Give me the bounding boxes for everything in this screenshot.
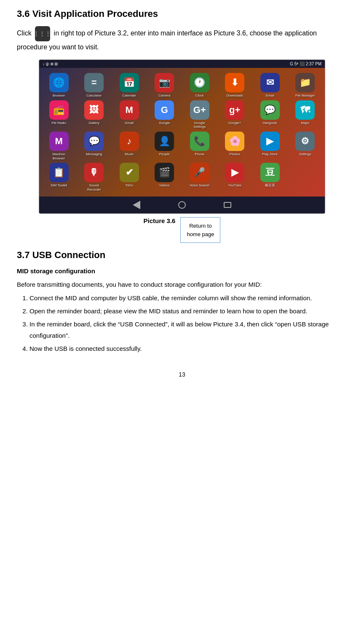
app-item-google-settings[interactable]: G+Google Settings: [183, 100, 216, 129]
status-icons-right: G 5⁴ ⬛ 2:37 PM: [290, 62, 321, 66]
app-item-file-manager[interactable]: 📁File Manager: [289, 73, 322, 98]
app-icon-maps: 🗺: [295, 100, 315, 120]
app-label-file-manager: File Manager: [295, 94, 315, 98]
app-icon-browser: 🌐: [49, 73, 69, 92]
app-label-maps: Maps: [301, 121, 309, 125]
app-icon-email: ✉: [260, 73, 280, 92]
app-item-camera[interactable]: 📷Camera: [148, 73, 181, 98]
app-icon-messaging: 💬: [84, 132, 104, 151]
section-37: 3.7 USB Connection MID storage configura…: [17, 250, 347, 354]
app-label-gmail: Gmail: [125, 121, 134, 125]
nav-bar: [39, 197, 325, 213]
app-label-sim-toolkit: SIM Toolkit: [51, 183, 67, 188]
caption-row: Picture 3.6 Return to home page: [17, 217, 347, 243]
intro-part1: Click: [17, 30, 32, 37]
app-icon-music: ♪: [120, 132, 139, 151]
app-label-email: Email: [266, 94, 274, 98]
app-item-hangouts[interactable]: 💬Hangouts: [254, 100, 286, 129]
mid-heading: MID storage configuration: [17, 266, 347, 277]
app-icon-todo: ✔: [120, 163, 139, 182]
app-label-settings: Settings: [299, 152, 311, 156]
step-3: In the reminder board, click the “USB Co…: [29, 318, 347, 341]
app-item-browser[interactable]: 🌐Browser: [43, 73, 75, 98]
step-2: Open the reminder board; please view the…: [29, 305, 347, 317]
app-item-email[interactable]: ✉Email: [254, 73, 286, 98]
app-label-fm-radio: FM Radio: [51, 121, 66, 125]
app-item-sound-recorder[interactable]: 🎙Sound Recorder: [78, 163, 111, 191]
app-item-music[interactable]: ♪Music: [113, 132, 146, 160]
app-item-maxthon-browser[interactable]: MMaxthon Browser: [43, 132, 75, 160]
app-label-google-settings: Google Settings: [189, 121, 211, 129]
app-item-calculator[interactable]: =Calculator: [78, 73, 111, 98]
app-label-camera: Camera: [158, 94, 170, 98]
step-4: Now the USB is connected successfully.: [29, 343, 347, 354]
app-label-sound-recorder: Sound Recorder: [83, 183, 105, 191]
app-label-messaging: Messaging: [86, 152, 102, 156]
app-grid: 🌐Browser=Calculator📅Calendar📷Camera🕐Cloc…: [39, 68, 325, 197]
intro-part2: in right top of Picture 3.2, enter into …: [17, 30, 317, 51]
status-bar-right: G 5⁴ ⬛ 2:37 PM: [290, 62, 321, 66]
app-label-people: People: [159, 152, 170, 156]
section-36-title: 3.6 Visit Application Procedures: [17, 8, 347, 19]
app-item-voice-search[interactable]: 🎤Voice Search: [183, 163, 216, 191]
app-label-碗豆英: 碗豆英: [265, 183, 275, 188]
return-box-line2: home page: [187, 231, 214, 237]
app-label-calculator: Calculator: [86, 94, 102, 98]
app-icon-clock: 🕐: [190, 73, 209, 92]
app-icon-hangouts: 💬: [260, 100, 280, 120]
recents-icon: [224, 202, 231, 208]
app-item-videos[interactable]: 🎬Videos: [148, 163, 181, 191]
app-item-downloads[interactable]: ⬇Downloads: [219, 73, 252, 98]
app-label-photos: Photos: [230, 152, 240, 156]
app-icon-fm-radio: 📻: [49, 100, 69, 120]
app-item-youtube[interactable]: ▶YouTube: [219, 163, 252, 191]
app-item-碗豆英[interactable]: 豆碗豆英: [254, 163, 286, 191]
app-item-sim-toolkit[interactable]: 📋SIM Toolkit: [43, 163, 75, 191]
app-icon-phone: 📞: [190, 132, 209, 151]
app-item-calendar[interactable]: 📅Calendar: [113, 73, 146, 98]
app-label-google: Google: [159, 121, 170, 125]
app-item-gmail[interactable]: MGmail: [113, 100, 146, 129]
back-icon: [133, 201, 140, 209]
back-button[interactable]: [131, 201, 142, 209]
app-icon-play-store: ▶: [260, 132, 280, 151]
app-label-voice-search: Voice Search: [190, 183, 209, 188]
app-label-music: Music: [125, 152, 134, 156]
intro-paragraph: Click in right top of Picture 3.2, enter…: [17, 26, 347, 53]
app-item-settings[interactable]: ⚙Settings: [289, 132, 322, 160]
return-box-line1: Return to: [189, 223, 211, 229]
app-item-todo[interactable]: ✔ToDo: [113, 163, 146, 191]
app-icon-google+: g+: [225, 100, 244, 120]
app-item-phone[interactable]: 📞Phone: [183, 132, 216, 160]
app-label-clock: Clock: [195, 94, 204, 98]
app-item-fm-radio[interactable]: 📻FM Radio: [43, 100, 75, 129]
app-icon-calendar: 📅: [120, 73, 139, 92]
recents-button[interactable]: [222, 201, 233, 209]
app-icon-videos: 🎬: [155, 163, 174, 182]
app-item-messaging[interactable]: 💬Messaging: [78, 132, 111, 160]
status-icons-left: ↓ ψ ⊕ ⊞: [43, 62, 58, 66]
app-label-gallery: Gallery: [89, 121, 99, 125]
app-item-maps[interactable]: 🗺Maps: [289, 100, 322, 129]
page-number: 13: [17, 371, 347, 378]
app-item-people[interactable]: 👤People: [148, 132, 181, 160]
app-item-google+[interactable]: g+Google+: [219, 100, 252, 129]
app-icon-downloads: ⬇: [225, 73, 244, 92]
return-to-home-box[interactable]: Return to home page: [180, 217, 220, 243]
app-item-google[interactable]: GGoogle: [148, 100, 181, 129]
app-icon-google: G: [155, 100, 174, 120]
app-item-gallery[interactable]: 🖼Gallery: [78, 100, 111, 129]
app-item-play-store[interactable]: ▶Play Store: [254, 132, 286, 160]
app-item-photos[interactable]: 🌸Photos: [219, 132, 252, 160]
app-label-browser: Browser: [53, 94, 65, 98]
section-37-title: 3.7 USB Connection: [17, 250, 347, 261]
app-item-clock[interactable]: 🕐Clock: [183, 73, 216, 98]
step-1: Connect the MID and computer by USB cabl…: [29, 292, 347, 304]
home-button[interactable]: [176, 201, 188, 209]
app-icon-sound-recorder: 🎙: [84, 163, 104, 182]
mid-intro: Before transmitting documents, you have …: [17, 279, 347, 290]
app-label-downloads: Downloads: [226, 94, 243, 98]
app-icon-maxthon-browser: M: [49, 132, 69, 151]
app-icon-camera: 📷: [155, 73, 174, 92]
app-icon-settings: ⚙: [295, 132, 315, 151]
